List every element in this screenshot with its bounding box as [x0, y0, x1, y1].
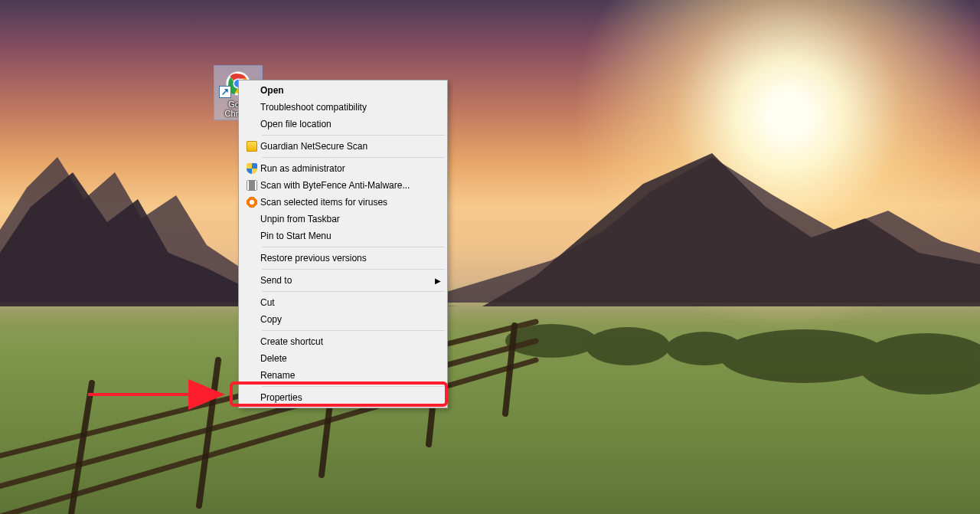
menu-separator: [262, 330, 445, 331]
menu-item-open[interactable]: Open: [240, 82, 446, 99]
menu-item-label: Troubleshoot compatibility: [260, 102, 441, 113]
menu-separator: [262, 247, 445, 247]
menu-item-restore-prev[interactable]: Restore previous versions: [240, 250, 446, 267]
shield-b-icon: [243, 162, 260, 175]
blank-icon: [243, 118, 260, 130]
menu-item-cut[interactable]: Cut: [240, 294, 446, 311]
blank-icon: [243, 213, 260, 225]
menu-item-send-to[interactable]: Send to▶: [240, 272, 446, 289]
page-icon: [243, 179, 260, 192]
menu-separator: [262, 157, 445, 158]
menu-item-label: Pin to Start Menu: [260, 231, 441, 241]
menu-item-unpin-taskbar[interactable]: Unpin from Taskbar: [240, 211, 446, 228]
blank-icon: [243, 313, 260, 326]
menu-item-label: Unpin from Taskbar: [260, 214, 441, 224]
blank-icon: [243, 369, 260, 381]
menu-item-label: Cut: [260, 297, 441, 308]
menu-item-label: Send to: [260, 275, 433, 286]
svg-point-4: [666, 332, 743, 365]
menu-separator: [262, 135, 445, 136]
menu-item-label: Run as administrator: [260, 163, 441, 174]
menu-item-label: Create shortcut: [260, 336, 441, 347]
menu-item-troubleshoot[interactable]: Troubleshoot compatibility: [240, 99, 446, 116]
menu-item-label: Open: [260, 85, 441, 96]
desktop-wallpaper: [0, 0, 980, 514]
menu-separator: [262, 291, 445, 292]
menu-item-avast-scan[interactable]: Scan selected items for viruses: [240, 194, 446, 211]
menu-item-run-admin[interactable]: Run as administrator: [240, 160, 446, 177]
menu-item-bytefence[interactable]: Scan with ByteFence Anti-Malware...: [240, 177, 446, 194]
menu-item-pin-start[interactable]: Pin to Start Menu: [240, 228, 446, 244]
blank-icon: [243, 84, 260, 97]
blank-icon: [243, 230, 260, 242]
blank-icon: [243, 296, 260, 309]
menu-item-label: Restore previous versions: [260, 253, 441, 264]
mountain-silhouette: [0, 0, 980, 514]
menu-item-label: Rename: [260, 370, 441, 381]
context-menu: OpenTroubleshoot compatibilityOpen file …: [238, 80, 448, 408]
menu-item-copy[interactable]: Copy: [240, 311, 446, 328]
blank-icon: [243, 336, 260, 348]
menu-item-properties[interactable]: Properties: [240, 389, 446, 406]
blank-icon: [243, 252, 260, 264]
menu-item-rename[interactable]: Rename: [240, 367, 446, 384]
menu-item-create-shortcut[interactable]: Create shortcut: [240, 333, 446, 350]
menu-separator: [262, 269, 445, 270]
menu-item-label: Copy: [260, 314, 441, 325]
blank-icon: [243, 274, 260, 286]
menu-separator: [262, 386, 445, 387]
svg-point-0: [505, 324, 597, 358]
blank-icon: [243, 391, 260, 404]
menu-item-label: Delete: [260, 353, 441, 364]
menu-item-guardian-scan[interactable]: Guardian NetSecure Scan: [240, 138, 446, 155]
menu-item-open-file-loc[interactable]: Open file location: [240, 116, 446, 133]
submenu-arrow-icon: ▶: [433, 277, 441, 285]
shortcut-overlay-icon: [219, 86, 231, 98]
menu-item-label: Scan selected items for viruses: [260, 197, 441, 208]
menu-item-label: Open file location: [260, 119, 441, 129]
shield-y-icon: [243, 140, 260, 152]
menu-item-label: Guardian NetSecure Scan: [260, 141, 441, 152]
menu-item-label: Properties: [260, 392, 441, 403]
menu-item-label: Scan with ByteFence Anti-Malware...: [260, 180, 441, 191]
blank-icon: [243, 101, 260, 113]
menu-item-delete[interactable]: Delete: [240, 350, 446, 367]
svg-point-1: [586, 327, 670, 365]
avast-icon: [243, 196, 260, 208]
blank-icon: [243, 352, 260, 365]
